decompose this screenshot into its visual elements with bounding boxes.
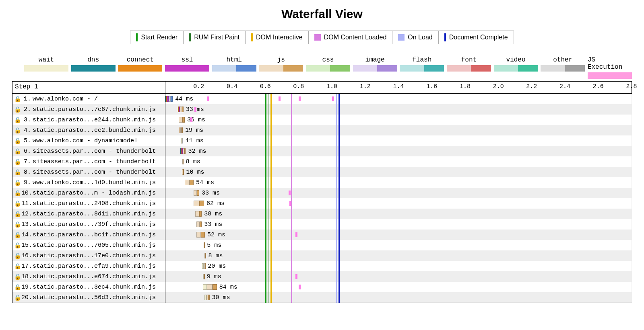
- timing-bar[interactable]: 62 ms: [194, 201, 204, 206]
- waterfall-row[interactable]: 🔒6.siteassets.par...com - thunderbolt32 …: [12, 146, 632, 156]
- timing-bar[interactable]: 38 ms: [195, 211, 202, 217]
- timing-bar[interactable]: 84 ms: [203, 284, 217, 290]
- row-bar-area: 32 ms: [165, 146, 632, 156]
- type-legend-label: wait: [39, 56, 54, 64]
- legend-label: Start Render: [141, 34, 178, 41]
- timing-bar[interactable]: 44 ms: [165, 96, 173, 102]
- scale-tick: 0.8: [293, 83, 304, 90]
- timing-segment: [205, 253, 206, 258]
- type-legend-swatch: [494, 65, 538, 72]
- waterfall-row[interactable]: 🔒8.siteassets.par...com - thunderbolt10 …: [12, 167, 632, 177]
- type-legend-swatch: [353, 65, 397, 72]
- row-url-label: siteassets.par...com - thunderbolt: [33, 148, 156, 155]
- row-label-area: 🔒19.static.parasto...3ec4.chunk.min.js: [12, 282, 165, 292]
- timing-bar[interactable]: 19 ms: [180, 127, 183, 133]
- js-execution-tick: [289, 191, 291, 195]
- waterfall-row[interactable]: 🔒19.static.parasto...3ec4.chunk.min.js84…: [12, 282, 632, 292]
- waterfall-row[interactable]: 🔒4.static.parasto...cc2.bundle.min.js19 …: [12, 125, 632, 135]
- row-label-area: 🔒11.static.parasto...2408.chunk.min.js: [12, 198, 165, 209]
- row-number: 8.: [21, 169, 31, 176]
- type-legend-item: wait: [24, 56, 68, 79]
- waterfall-row[interactable]: 🔒10.static.parasto...m - lodash.min.js33…: [12, 188, 632, 198]
- waterfall-row[interactable]: 🔒5.www.alonko.com - dynamicmodel11 ms: [12, 135, 632, 146]
- waterfall-row[interactable]: 🔒17.static.parasto...efa9.chunk.min.js20…: [12, 261, 632, 271]
- timing-bar[interactable]: 20 ms: [202, 263, 205, 269]
- waterfall-row[interactable]: 🔒7.siteassets.par...com - thunderbolt8 m…: [12, 156, 632, 167]
- time-scale: 0.20.40.60.81.01.21.41.61.82.02.22.42.62…: [165, 82, 632, 93]
- waterfall-row[interactable]: 🔒1.www.alonko.com - /44 ms: [12, 94, 632, 104]
- legend-item: Document Complete: [438, 31, 514, 44]
- timing-bar[interactable]: 5 ms: [204, 242, 204, 248]
- timing-duration-label: 8 ms: [208, 252, 223, 259]
- row-url-label: static.parasto...7605.chunk.min.js: [33, 242, 156, 249]
- timing-segment: [179, 117, 182, 123]
- timing-segment: [171, 96, 173, 102]
- legend-label: On Load: [408, 34, 432, 41]
- type-legend-label: html: [226, 56, 242, 64]
- type-legend-swatch: [165, 65, 209, 72]
- scale-tick: 2.8: [626, 83, 637, 90]
- legend-swatch: [251, 33, 253, 41]
- waterfall-row[interactable]: 🔒12.static.parasto...8d11.chunk.min.js38…: [12, 209, 632, 219]
- row-label-area: 🔒3.static.parasto...e244.chunk.min.js: [12, 115, 165, 125]
- scale-tick: 1.4: [393, 83, 404, 90]
- timing-duration-label: 54 ms: [196, 179, 214, 186]
- row-number: 16.: [21, 252, 31, 259]
- type-legend-label: js: [277, 56, 285, 64]
- timing-bar[interactable]: 33 ms: [194, 190, 199, 196]
- waterfall-row[interactable]: 🔒13.static.parasto...739f.chunk.min.js33…: [12, 219, 632, 230]
- timing-segment: [205, 263, 206, 269]
- timing-bar[interactable]: 36 ms: [179, 117, 185, 123]
- timing-bar[interactable]: 54 ms: [185, 180, 194, 185]
- timing-bar[interactable]: 8 ms: [204, 253, 206, 258]
- waterfall-row[interactable]: 🔒16.static.parasto...17e0.chunk.min.js8 …: [12, 250, 632, 261]
- row-number: 5.: [21, 137, 31, 144]
- row-url-label: www.alonko.com...1d0.bundle.min.js: [33, 179, 156, 186]
- waterfall-row[interactable]: 🔒15.static.parasto...7605.chunk.min.js5 …: [12, 240, 632, 250]
- row-label-area: 🔒1.www.alonko.com - /: [12, 94, 165, 104]
- timing-bar[interactable]: 9 ms: [203, 274, 204, 279]
- row-bar-area: 44 ms: [165, 94, 632, 104]
- row-label-area: 🔒4.static.parasto...cc2.bundle.min.js: [12, 125, 165, 135]
- timing-bar[interactable]: 10 ms: [182, 169, 184, 175]
- row-url-label: static.parasto...2408.chunk.min.js: [33, 200, 156, 207]
- waterfall-row[interactable]: 🔒3.static.parasto...e244.chunk.min.js36 …: [12, 115, 632, 125]
- timing-bar[interactable]: 8 ms: [182, 159, 183, 164]
- legend-swatch: [398, 34, 405, 41]
- waterfall-row[interactable]: 🔒9.www.alonko.com...1d0.bundle.min.js54 …: [12, 177, 632, 188]
- timing-segment: [208, 295, 209, 300]
- legend-label: DOM Content Loaded: [324, 34, 387, 41]
- timing-bar[interactable]: 52 ms: [196, 232, 205, 238]
- scale-tick: 2.2: [526, 83, 537, 90]
- timing-segment: [196, 221, 200, 227]
- waterfall-row[interactable]: 🔒14.static.parasto...bc1f.chunk.min.js52…: [12, 230, 632, 240]
- timing-duration-label: 33 ms: [204, 221, 222, 228]
- row-label-area: 🔒12.static.parasto...8d11.chunk.min.js: [12, 209, 165, 219]
- waterfall-row[interactable]: 🔒20.static.parasto...56d3.chunk.min.js30…: [12, 292, 632, 303]
- scale-tick: 1.2: [360, 83, 371, 90]
- row-label-area: 🔒5.www.alonko.com - dynamicmodel: [12, 135, 165, 146]
- waterfall-row[interactable]: 🔒18.static.parasto...e674.chunk.min.js9 …: [12, 271, 632, 282]
- type-legend-label: JS Execution: [588, 56, 632, 71]
- row-bar-area: 36 ms: [165, 115, 632, 125]
- timing-bar[interactable]: 32 ms: [180, 148, 186, 154]
- row-bar-area: 19 ms: [165, 125, 632, 135]
- lock-icon: 🔒: [14, 127, 20, 133]
- timing-duration-label: 62 ms: [206, 200, 225, 207]
- waterfall-row[interactable]: 🔒11.static.parasto...2408.chunk.min.js62…: [12, 198, 632, 209]
- lock-icon: 🔒: [14, 96, 20, 102]
- timing-bar[interactable]: 33 ms: [178, 107, 184, 112]
- type-legend-item: connect: [118, 56, 162, 79]
- row-url-label: siteassets.par...com - thunderbolt: [33, 169, 156, 176]
- timing-segment: [183, 159, 184, 164]
- timing-bar[interactable]: 11 ms: [181, 138, 183, 143]
- timing-bar[interactable]: 33 ms: [196, 221, 202, 227]
- scale-tick: 2.4: [559, 83, 570, 90]
- timing-bar[interactable]: 30 ms: [204, 295, 209, 300]
- row-url-label: www.alonko.com - dynamicmodel: [33, 137, 138, 144]
- waterfall-row[interactable]: 🔒2.static.parasto...7c67.chunk.min.js33 …: [12, 104, 632, 115]
- lock-icon: 🔒: [14, 273, 20, 280]
- row-bar-area: 8 ms: [165, 250, 632, 261]
- row-number: 11.: [21, 200, 31, 207]
- row-label-area: 🔒15.static.parasto...7605.chunk.min.js: [12, 240, 165, 250]
